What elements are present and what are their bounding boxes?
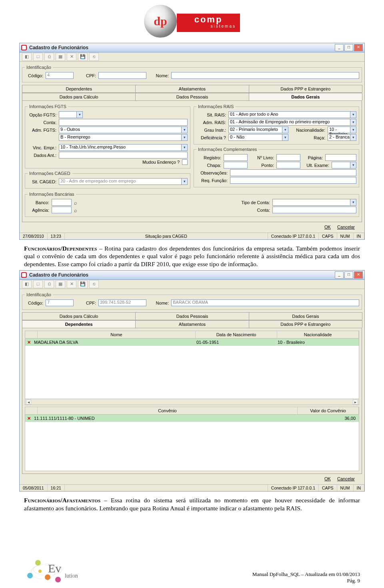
- tab-dados-gerais[interactable]: Dados Gerais: [249, 312, 362, 320]
- select-sit-rais[interactable]: 01 - Ativo por todo o Ano▾: [228, 111, 356, 118]
- input-ponto[interactable]: [276, 162, 300, 169]
- select-deficiencia[interactable]: 0 - Não▾: [228, 134, 288, 141]
- tool-save-icon[interactable]: 💾: [78, 280, 88, 288]
- cancel-button[interactable]: Cancelar: [337, 476, 355, 481]
- tool-new-icon[interactable]: □: [33, 280, 43, 288]
- input-registro[interactable]: [224, 154, 248, 161]
- input-conta-banco[interactable]: [272, 207, 356, 213]
- h-scrollbar[interactable]: ◂▸: [25, 399, 359, 405]
- select-adm-rais[interactable]: 01 - Admissão de Empregado no primeiro e…: [228, 119, 356, 126]
- close-button[interactable]: ✕: [354, 44, 363, 51]
- paragraph-afastamentos: Funcionários/Afastamentos – Essa rotina …: [24, 496, 360, 512]
- tabrow-upper: Dados para Cálculo Dados Pessoais Dados …: [22, 312, 362, 320]
- status-ins: IN: [354, 485, 365, 491]
- status-caps: CAPS: [319, 233, 337, 239]
- table-row[interactable]: ✕ MADALENA DA SILVA 01-05-1951 10 - Bras…: [25, 339, 359, 346]
- tabrow-lower: Dependentes Afastamentos Dados PPP e Est…: [22, 320, 362, 328]
- window-title: Cadastro de Funcionários: [29, 272, 88, 278]
- lookup-banco-icon[interactable]: [74, 200, 80, 205]
- brand-logo: dp comp sistemas: [0, 0, 384, 41]
- tab-dependentes[interactable]: Dependentes: [22, 85, 136, 92]
- fieldset-bancarias: Informações Bancárias Banco: Tipo de Con…: [25, 192, 359, 217]
- fieldset-fgts: Informações FGTS Opção FGTS: ▾ Conta: Ad…: [25, 104, 190, 169]
- delete-row-icon[interactable]: ✕: [25, 416, 32, 421]
- input-cpf[interactable]: [98, 72, 146, 79]
- input-livro[interactable]: [276, 154, 300, 161]
- tool-grid-icon[interactable]: ▦: [56, 280, 65, 288]
- status-connection: Conectado IP 127.0.0.1: [268, 485, 319, 491]
- select-vinc-empr[interactable]: 10 - Trab.Urb.Vinc.empreg.Pesso▾: [59, 144, 188, 151]
- ok-button[interactable]: OK: [324, 476, 331, 481]
- lookup-agencia-icon[interactable]: [74, 207, 80, 213]
- status-time: 16:21: [48, 485, 65, 491]
- minimize-button[interactable]: _: [335, 44, 344, 51]
- tool-nav-icon[interactable]: ◧: [22, 280, 32, 288]
- grid-dep-body[interactable]: ✕ MADALENA DA SILVA 01-05-1951 10 - Bras…: [25, 339, 359, 399]
- input-req-funcao[interactable]: [230, 177, 356, 184]
- tool-print-icon[interactable]: ⎙: [44, 280, 54, 288]
- tool-exit-icon[interactable]: ⎋: [89, 53, 99, 61]
- tool-new-icon[interactable]: □: [33, 53, 43, 61]
- fieldset-caged: Informações CAGED Sit. CAGED: 20 - Adm d…: [25, 171, 190, 189]
- app-icon: [21, 272, 27, 278]
- tool-save-icon[interactable]: 💾: [78, 53, 88, 61]
- tabrow-lower: Dados para Cálculo Dados Pessoais Dados …: [22, 93, 362, 101]
- tool-nav-icon[interactable]: ◧: [22, 53, 32, 61]
- close-button[interactable]: ✕: [354, 271, 363, 279]
- select-nacionalidade[interactable]: 10 - Brasileiro▾: [328, 126, 356, 133]
- input-conta-fgts[interactable]: [59, 119, 188, 126]
- input-observacoes[interactable]: [230, 169, 356, 176]
- titlebar[interactable]: Cadastro de Funcionários _ □ ✕: [20, 43, 364, 52]
- input-chapa[interactable]: [224, 162, 248, 169]
- tab-dados-gerais[interactable]: Dados Gerais: [249, 93, 362, 100]
- tool-delete-icon[interactable]: ✕: [67, 280, 76, 288]
- tab-afastamentos[interactable]: Afastamentos: [135, 320, 249, 328]
- tool-exit-icon[interactable]: ⎋: [89, 280, 99, 288]
- toolbar: ◧ □ ⎙ ▦ ✕ 💾 ⎋: [20, 280, 364, 289]
- tab-dados-calculo[interactable]: Dados para Cálculo: [22, 93, 136, 100]
- select-raca[interactable]: 2 - Branca▾: [328, 134, 356, 141]
- tab-ppp-estrangeiro[interactable]: Dados PPP e Estrangeiro: [249, 320, 362, 328]
- tab-ppp-estrangeiro[interactable]: Dados PPP e Estrangeiro: [249, 85, 362, 92]
- input-codigo[interactable]: 4: [46, 72, 74, 79]
- titlebar[interactable]: Cadastro de Funcionários _ □ ✕: [20, 271, 364, 280]
- tab-dados-pessoais[interactable]: Dados Pessoais: [135, 93, 249, 100]
- tool-print-icon[interactable]: ⎙: [44, 53, 54, 61]
- cancel-button[interactable]: Cancelar: [337, 225, 355, 229]
- window-title: Cadastro de Funcionários: [29, 45, 88, 50]
- select-adm-fgts-2[interactable]: B - Reemprego▾: [59, 134, 188, 141]
- status-num: NUM: [337, 485, 354, 491]
- select-grau-instr[interactable]: 02 - Primario Incompleto▾: [228, 126, 288, 133]
- tab-dados-pessoais[interactable]: Dados Pessoais: [135, 312, 249, 320]
- grid-conv-body[interactable]: ✕ 11.111.111/1111-80 - UNIMED 36,00: [25, 415, 359, 471]
- tab-dados-calculo[interactable]: Dados para Cálculo: [22, 312, 136, 320]
- maximize-button[interactable]: □: [344, 44, 353, 51]
- select-ult-exame[interactable]: ▾: [332, 162, 356, 169]
- status-message: Situação para CAGED: [65, 233, 268, 239]
- input-dados-ant[interactable]: [59, 152, 188, 159]
- input-codigo[interactable]: 7: [46, 299, 74, 306]
- table-row[interactable]: ✕ 11.111.111/1111-80 - UNIMED 36,00: [25, 415, 359, 422]
- input-agencia[interactable]: [52, 207, 72, 213]
- ok-button[interactable]: OK: [324, 225, 331, 229]
- input-nome[interactable]: BARACK OBAMA: [171, 299, 359, 306]
- tool-delete-icon[interactable]: ✕: [67, 53, 76, 61]
- select-tipo-conta[interactable]: ▾: [272, 199, 356, 206]
- label-cpf: CPF:: [76, 73, 96, 78]
- minimize-button[interactable]: _: [335, 271, 344, 279]
- input-nome[interactable]: [171, 72, 359, 79]
- maximize-button[interactable]: □: [344, 271, 353, 279]
- panel-dependentes: Nome Data de Nascimento Nacionalidade ✕ …: [22, 328, 362, 474]
- tab-dependentes[interactable]: Dependentes: [22, 320, 136, 328]
- input-cpf[interactable]: 399.741.528-52: [98, 299, 146, 306]
- select-adm-fgts[interactable]: 9 - Outros▾: [59, 126, 188, 133]
- input-banco[interactable]: [52, 199, 72, 206]
- tab-afastamentos[interactable]: Afastamentos: [135, 85, 249, 92]
- select-sit-caged[interactable]: 20 - Adm de empregado com emprego▾: [59, 178, 188, 185]
- app-icon: [21, 45, 27, 50]
- checkbox-mudou-endereco[interactable]: [182, 159, 188, 165]
- delete-row-icon[interactable]: ✕: [25, 340, 32, 345]
- tool-grid-icon[interactable]: ▦: [56, 53, 65, 61]
- select-opcao-fgts[interactable]: ▾: [59, 111, 83, 118]
- input-pagina[interactable]: [325, 154, 356, 161]
